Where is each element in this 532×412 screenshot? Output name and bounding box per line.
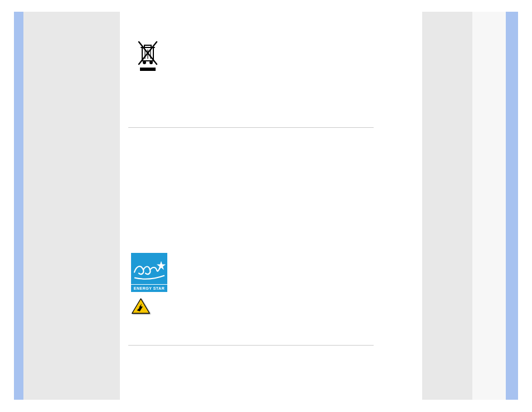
svg-rect-3	[140, 68, 156, 71]
stripe-right-blue	[506, 12, 518, 400]
separator-1	[128, 127, 374, 128]
icon-name-estar: energy-star-icon	[120, 12, 120, 12]
energy-star-script	[131, 253, 167, 284]
stripe-left-blue	[14, 12, 23, 400]
stripe-right-light	[472, 12, 506, 400]
svg-point-2	[150, 61, 152, 64]
svg-point-1	[143, 61, 146, 64]
weee-crossed-bin-icon	[137, 40, 159, 73]
content-column: ENERGY STAR weee-crossed-bin-icon energy…	[120, 12, 422, 400]
icon-name-caution: esd-caution-icon	[120, 12, 120, 12]
energy-star-label: ENERGY STAR	[131, 284, 167, 292]
separator-2	[128, 345, 374, 346]
esd-caution-icon	[131, 298, 151, 315]
energy-star-icon: ENERGY STAR	[131, 253, 167, 292]
stripe-left-gray	[23, 12, 120, 400]
document-page: ENERGY STAR weee-crossed-bin-icon energy…	[0, 0, 532, 412]
stripe-right-gray	[422, 12, 472, 400]
icon-name-weee: weee-crossed-bin-icon	[120, 12, 120, 12]
